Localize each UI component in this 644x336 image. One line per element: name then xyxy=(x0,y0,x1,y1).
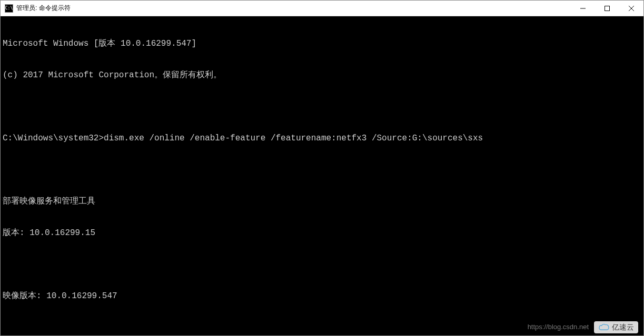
terminal-line xyxy=(3,165,643,175)
svg-rect-0 xyxy=(605,6,610,11)
terminal-line xyxy=(3,101,643,112)
minimize-icon xyxy=(580,6,586,11)
watermark-brand-text: 亿速云 xyxy=(612,323,634,332)
close-icon xyxy=(629,6,634,11)
terminal-line: 部署映像服务和管理工具 xyxy=(3,196,643,207)
minimize-button[interactable] xyxy=(571,1,595,16)
command-prompt-window: C:\ 管理员: 命令提示符 Microsoft Windows [版本 10.… xyxy=(0,0,644,336)
maximize-button[interactable] xyxy=(595,1,619,16)
app-icon: C:\ xyxy=(5,4,13,13)
watermark-url: https://blog.csdn.net xyxy=(528,323,589,331)
terminal-output[interactable]: Microsoft Windows [版本 10.0.16299.547] (c… xyxy=(1,16,643,335)
terminal-line xyxy=(3,259,643,270)
cloud-icon xyxy=(598,323,610,331)
terminal-line: 映像版本: 10.0.16299.547 xyxy=(3,291,643,301)
watermark-brand-badge: 亿速云 xyxy=(594,321,638,334)
terminal-line: C:\Windows\system32>dism.exe /online /en… xyxy=(3,133,643,144)
close-button[interactable] xyxy=(619,1,643,16)
window-controls xyxy=(571,1,643,16)
titlebar[interactable]: C:\ 管理员: 命令提示符 xyxy=(1,1,643,16)
maximize-icon xyxy=(605,6,610,11)
watermark: https://blog.csdn.net 亿速云 xyxy=(528,321,638,334)
terminal-line: 版本: 10.0.16299.15 xyxy=(3,228,643,238)
terminal-line: (c) 2017 Microsoft Corporation。保留所有权利。 xyxy=(3,70,643,80)
terminal-line: Microsoft Windows [版本 10.0.16299.547] xyxy=(3,38,643,49)
window-title: 管理员: 命令提示符 xyxy=(16,4,571,13)
